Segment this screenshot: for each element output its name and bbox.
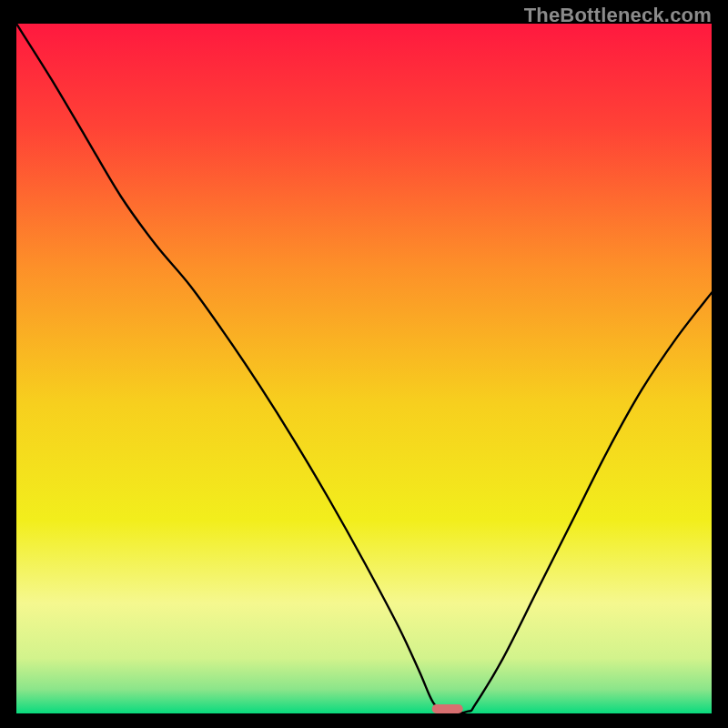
chart-frame: TheBottleneck.com — [0, 0, 728, 728]
chart-background — [16, 24, 712, 713]
optimum-marker — [432, 704, 463, 713]
bottleneck-chart — [16, 24, 712, 713]
